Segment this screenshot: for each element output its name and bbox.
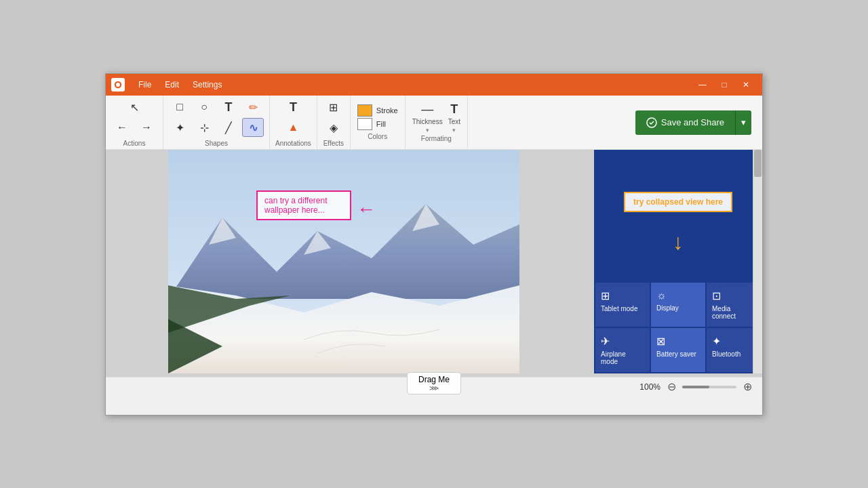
fill-color-swatch[interactable]	[357, 118, 372, 130]
save-share-button[interactable]: Save and Share	[635, 110, 735, 135]
save-icon	[646, 117, 657, 128]
vertical-scrollbar[interactable]	[753, 150, 762, 373]
menu-bar: File Edit Settings	[133, 79, 227, 91]
colors-label: Colors	[357, 133, 398, 140]
undo-button[interactable]: ←	[111, 118, 133, 137]
effect2-tool[interactable]: ◈	[323, 118, 344, 137]
airplane-mode-icon: ✈	[601, 335, 610, 348]
menu-edit[interactable]: Edit	[159, 79, 184, 91]
formatting-label: Formating	[421, 135, 452, 142]
effects-section: ⊞ ◈ Effects	[317, 96, 351, 149]
thickness-label: Thickness	[412, 118, 443, 125]
ann-row2: ▲	[282, 118, 304, 137]
svg-point-1	[116, 83, 120, 87]
actions-row2: ← →	[111, 118, 157, 137]
menu-settings[interactable]: Settings	[187, 79, 227, 91]
text-tool[interactable]: T	[218, 98, 239, 117]
tile-tablet-mode[interactable]: ⊞ Tablet mode	[595, 283, 650, 327]
colors-section: Stroke Fill Colors	[351, 96, 406, 149]
pink-arrow: ←	[357, 199, 376, 220]
crop-tool[interactable]: ⊹	[193, 118, 215, 137]
annotation-yellow: try collapsed view here	[624, 192, 732, 212]
tile-airplane-mode[interactable]: ✈ Airplane mode	[595, 328, 650, 372]
toolbar: ↖ ← → Actions □ ○ T ✏ ✦ ⊹ ╱ ∿ Shapes	[106, 96, 762, 150]
effects-row2: ◈	[323, 118, 344, 137]
bluetooth-label: Bluetooth	[712, 350, 741, 358]
text-format-item: T Text ▾	[448, 102, 460, 134]
scrollbar-thumb[interactable]	[754, 150, 762, 177]
yellow-down-arrow: ↓	[673, 231, 684, 253]
effects-row1: ⊞	[323, 98, 344, 117]
status-bar: Drag Me ⋙ 100% ⊖ ⊕	[106, 377, 762, 396]
zoom-controls: 100% ⊖ ⊕	[639, 380, 754, 394]
bluetooth-icon: ✦	[712, 335, 721, 348]
stroke-label: Stroke	[376, 106, 398, 115]
pencil-tool[interactable]: ✏	[242, 98, 264, 117]
effects-label: Effects	[323, 140, 344, 147]
actions-row1: ↖	[123, 98, 145, 117]
thickness-item: — Thickness ▾	[412, 102, 443, 134]
quick-tiles: ⊞ Tablet mode ☼ Display ⊡ Media connect …	[594, 281, 762, 373]
snow-image	[168, 150, 519, 373]
text-format-label: Text	[448, 118, 460, 125]
text-annotation-tool[interactable]: T	[282, 98, 304, 117]
text-format-icon: T	[450, 102, 458, 117]
blur-tool[interactable]: ⊞	[323, 98, 344, 117]
title-bar: File Edit Settings — □ ✕	[106, 74, 762, 96]
wave-tool[interactable]: ∿	[242, 118, 264, 137]
highlight-tool[interactable]: ▲	[282, 118, 304, 137]
battery-saver-icon: ⊠	[656, 335, 665, 348]
text-chevron: ▾	[452, 127, 456, 134]
zoom-value: 100%	[639, 382, 660, 392]
drag-me-button[interactable]: Drag Me ⋙	[407, 372, 461, 394]
media-connect-label: Media connect	[712, 305, 755, 320]
media-connect-icon: ⊡	[712, 289, 721, 302]
fill-label: Fill	[376, 120, 386, 128]
shapes-row2: ✦ ⊹ ╱ ∿	[169, 118, 264, 137]
save-section: Save and Share ▾	[625, 96, 762, 149]
blue-panel: try collapsed view here ↓ ⊞ Tablet mode …	[594, 150, 762, 373]
shapes-row1: □ ○ T ✏	[169, 98, 264, 117]
app-icon	[111, 78, 125, 92]
minimize-button[interactable]: —	[692, 74, 713, 96]
display-icon: ☼	[656, 289, 667, 302]
thickness-chevron: ▾	[426, 127, 429, 134]
menu-file[interactable]: File	[133, 79, 157, 91]
zoom-slider-fill	[682, 386, 709, 388]
actions-section: ↖ ← → Actions	[106, 96, 163, 149]
display-label: Display	[656, 304, 679, 312]
tile-display[interactable]: ☼ Display	[651, 283, 705, 327]
close-button[interactable]: ✕	[735, 74, 757, 96]
maximize-button[interactable]: □	[713, 74, 735, 96]
annotations-section: T ▲ Annotations	[270, 96, 317, 149]
fill-color-row: Fill	[357, 118, 386, 130]
redo-button[interactable]: →	[136, 118, 157, 137]
zoom-out-button[interactable]: ⊖	[665, 380, 678, 394]
rectangle-tool[interactable]: □	[169, 98, 191, 117]
annotation-pink: can try a different wallpaper here...	[256, 190, 351, 220]
tablet-mode-label: Tablet mode	[601, 305, 637, 312]
window-controls: — □ ✕	[692, 74, 757, 96]
star-tool[interactable]: ✦	[169, 118, 191, 137]
annotations-label: Annotations	[275, 140, 311, 147]
shapes-label: Shapes	[205, 140, 228, 147]
circle-tool[interactable]: ○	[193, 98, 215, 117]
battery-saver-label: Battery saver	[656, 350, 696, 358]
stroke-color-row: Stroke	[357, 104, 398, 117]
airplane-mode-label: Airplane mode	[601, 350, 644, 365]
stroke-color-swatch[interactable]	[357, 104, 372, 117]
drag-chevron-icon: ⋙	[418, 384, 450, 392]
canvas-area: can try a different wallpaper here... ← …	[106, 150, 762, 396]
formatting-section: — Thickness ▾ T Text ▾ Formating	[406, 96, 468, 149]
actions-label: Actions	[123, 140, 146, 147]
line-draw-tool[interactable]: ╱	[218, 118, 239, 137]
formatting-icons: — Thickness ▾ T Text ▾	[412, 102, 460, 134]
thickness-icon: —	[421, 102, 433, 117]
save-dropdown-button[interactable]: ▾	[735, 110, 751, 135]
zoom-slider[interactable]	[682, 386, 736, 388]
pointer-tool[interactable]: ↖	[123, 98, 145, 117]
main-window: File Edit Settings — □ ✕ ↖ ← → Actions □	[105, 73, 763, 415]
tablet-mode-icon: ⊞	[601, 289, 610, 302]
tile-battery-saver[interactable]: ⊠ Battery saver	[651, 328, 705, 372]
zoom-in-button[interactable]: ⊕	[741, 380, 754, 394]
